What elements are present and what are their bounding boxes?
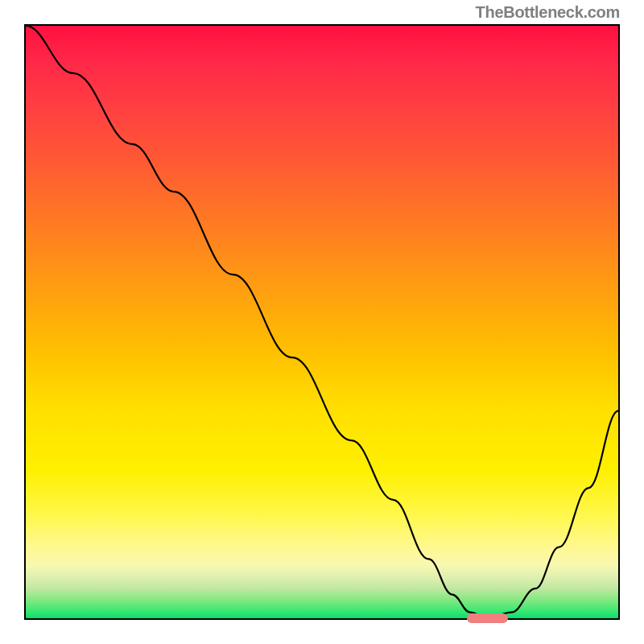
chart-container: TheBottleneck.com	[0, 0, 644, 644]
plot-area	[24, 24, 620, 620]
heat-gradient-background	[26, 26, 618, 618]
watermark-text: TheBottleneck.com	[476, 3, 620, 22]
optimal-marker	[467, 613, 509, 623]
